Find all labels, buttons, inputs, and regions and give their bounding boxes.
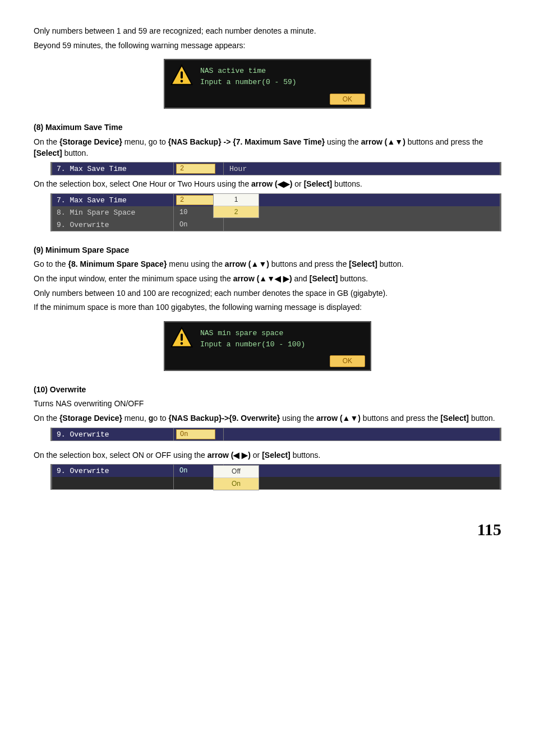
section9-p2: On the input window, enter the minimum s…: [34, 273, 501, 285]
dialog2-title: NAS min spare space: [200, 328, 305, 338]
svg-point-5: [181, 342, 183, 345]
svg-rect-1: [181, 71, 183, 78]
max-save-time-dropdown[interactable]: 1 2: [213, 193, 259, 219]
overwrite-dropdown[interactable]: Off On: [213, 465, 259, 490]
ok-button[interactable]: OK: [330, 94, 365, 105]
dd-option-2[interactable]: 2: [214, 206, 259, 218]
section8-p1: On the {Storage Device} menu, go to {NAS…: [34, 137, 501, 159]
overwrite-menu: 9. Overwrite On: [50, 464, 501, 490]
overwrite2-label: 9. Overwrite: [52, 465, 174, 477]
intro-line1: Only numbers between 1 and 59 are recogn…: [34, 26, 501, 37]
dialog1-body: Input a number(0 - 59): [200, 77, 297, 87]
intro-line2: Beyond 59 minutes, the following warning…: [34, 40, 501, 52]
overwrite-row: 9. Overwrite On: [50, 428, 501, 441]
max-save-time-value[interactable]: 2: [176, 164, 215, 174]
dd-option-on[interactable]: On: [214, 478, 259, 490]
section8-heading: (8) Maximum Save Time: [34, 122, 501, 133]
row8-label: 8. Min Spare Space: [52, 206, 174, 219]
row9-label: 9. Overwrite: [52, 219, 174, 231]
section9-p4: If the minimum space is more than 100 gi…: [34, 302, 501, 313]
section10-p2: On the selection box, select ON or OFF u…: [34, 450, 501, 461]
dd-option-off[interactable]: Off: [214, 466, 259, 478]
section10-sub: Turns NAS overwriting ON/OFF: [34, 398, 501, 410]
section9-heading: (9) Minimum Spare Space: [34, 245, 501, 256]
row7-label: 7. Max Save Time: [52, 194, 174, 206]
section8-p2: On the selection box, select One Hour or…: [34, 179, 501, 190]
nas-backup-menu: 7. Max Save Time 2 8. Min Spare Space 10…: [50, 193, 501, 231]
dialog2-body: Input a number(10 - 100): [200, 340, 305, 350]
dd-option-1[interactable]: 1: [214, 194, 259, 206]
section10-p1: On the {Storage Device} menu, go to {NAS…: [34, 413, 501, 424]
overwrite-label: 9. Overwrite: [52, 428, 174, 440]
section10-heading: (10) Overwrite: [34, 384, 501, 396]
page-number: 115: [34, 518, 501, 541]
row9-value[interactable]: On: [176, 220, 191, 229]
row-unit: Hour: [224, 163, 500, 175]
warning-dialog-min-spare: NAS min spare space Input a number(10 - …: [164, 321, 371, 371]
warning-dialog-active-time: NAS active time Input a number(0 - 59) O…: [164, 59, 371, 109]
overwrite2-value[interactable]: On: [176, 466, 191, 475]
section9-p1: Go to the {8. Minimum Spare Space} menu …: [34, 259, 501, 270]
svg-point-2: [181, 80, 183, 83]
dialog1-title: NAS active time: [200, 66, 297, 76]
row-label: 7. Max Save Time: [52, 163, 174, 175]
row7-value[interactable]: 2: [176, 195, 215, 205]
warning-icon: [170, 326, 193, 350]
max-save-time-row: 7. Max Save Time 2 Hour: [50, 162, 501, 175]
row8-value[interactable]: 10: [176, 208, 191, 217]
overwrite-value[interactable]: On: [176, 429, 215, 439]
warning-icon: [170, 64, 193, 87]
svg-rect-4: [181, 333, 183, 341]
ok-button[interactable]: OK: [330, 355, 365, 367]
section9-p3: Only numbers between 10 and 100 are reco…: [34, 288, 501, 299]
